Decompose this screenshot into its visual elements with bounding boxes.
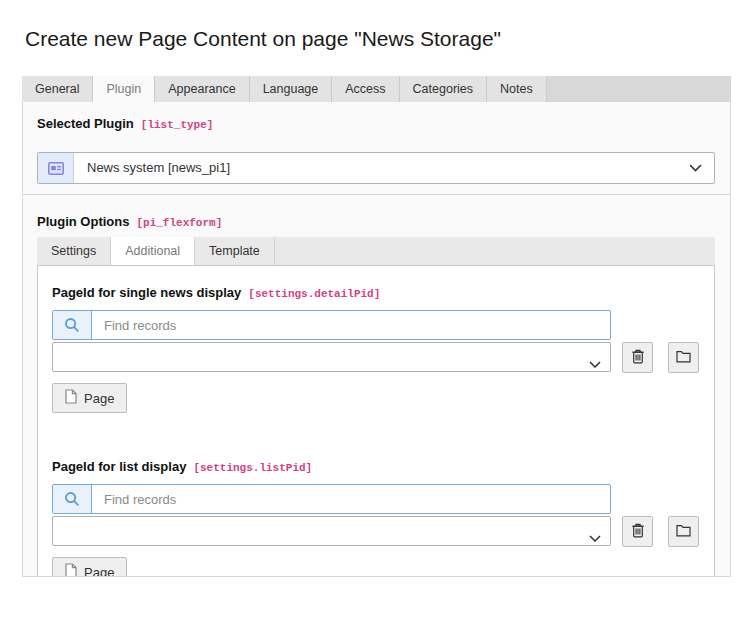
list-pid-label-text: PageId for list display	[52, 459, 186, 474]
record-form: General Plugin Appearance Language Acces…	[22, 76, 731, 577]
detail-pid-row	[52, 342, 700, 373]
tab-additional[interactable]: Additional	[111, 237, 195, 265]
detail-pid-page-button[interactable]: Page	[52, 383, 127, 413]
plugin-options-section: Plugin Options[pi_flexform] Settings Add…	[23, 195, 730, 577]
tab-language[interactable]: Language	[250, 76, 333, 102]
plugin-options-code: [pi_flexform]	[136, 217, 222, 229]
selected-plugin-code: [list_type]	[141, 119, 214, 131]
list-pid-row	[52, 516, 700, 547]
folder-icon	[676, 524, 691, 540]
detail-pid-search-input[interactable]	[92, 311, 610, 339]
folder-icon	[676, 350, 691, 366]
tab-notes[interactable]: Notes	[487, 76, 547, 102]
detail-pid-record-select[interactable]	[52, 342, 611, 372]
list-pid-remove-button[interactable]	[622, 516, 653, 547]
field-list-pid: PageId for list display[settings.listPid…	[52, 459, 700, 577]
list-pid-label: PageId for list display[settings.listPid…	[52, 459, 700, 476]
newspaper-plugin-icon	[38, 153, 74, 183]
chevron-down-icon	[689, 153, 702, 183]
page-button-label: Page	[84, 391, 114, 406]
selected-plugin-select[interactable]: News system [news_pi1]	[37, 152, 715, 184]
trash-icon	[631, 349, 645, 367]
page-button-label: Page	[84, 565, 114, 578]
flexform-tabbar: Settings Additional Template	[37, 237, 715, 265]
detail-pid-remove-button[interactable]	[622, 342, 653, 373]
detail-pid-search-group	[52, 310, 611, 340]
trash-icon	[631, 523, 645, 541]
page-icon	[65, 563, 77, 577]
selected-plugin-label: Selected Plugin[list_type]	[37, 116, 715, 133]
plugin-options-label: Plugin Options[pi_flexform]	[37, 214, 715, 231]
list-pid-search-input[interactable]	[92, 485, 610, 513]
selected-plugin-label-text: Selected Plugin	[37, 116, 134, 131]
main-tabbar: General Plugin Appearance Language Acces…	[22, 76, 731, 102]
page-icon	[65, 389, 77, 407]
detail-pid-browse-button[interactable]	[668, 342, 699, 373]
tab-panel-plugin: Selected Plugin[list_type] News system […	[22, 102, 731, 577]
chevron-down-icon	[589, 528, 601, 546]
chevron-down-icon	[589, 354, 601, 372]
plugin-options-label-text: Plugin Options	[37, 214, 129, 229]
detail-pid-label-text: PageId for single news display	[52, 285, 241, 300]
tab-template[interactable]: Template	[195, 237, 275, 265]
page-title: Create new Page Content on page "News St…	[25, 26, 753, 52]
tab-access[interactable]: Access	[332, 76, 399, 102]
tab-categories[interactable]: Categories	[400, 76, 487, 102]
tab-settings[interactable]: Settings	[37, 237, 111, 265]
search-icon	[53, 311, 92, 339]
selected-plugin-value: News system [news_pi1]	[74, 153, 689, 183]
search-icon	[53, 485, 92, 513]
tab-plugin[interactable]: Plugin	[93, 76, 155, 102]
field-detail-pid: PageId for single news display[settings.…	[52, 285, 700, 413]
list-pid-search-group	[52, 484, 611, 514]
list-pid-code: [settings.listPid]	[193, 462, 312, 474]
detail-pid-label: PageId for single news display[settings.…	[52, 285, 700, 302]
list-pid-record-select[interactable]	[52, 516, 611, 546]
list-pid-page-button[interactable]: Page	[52, 557, 127, 577]
tab-appearance[interactable]: Appearance	[155, 76, 249, 102]
detail-pid-code: [settings.detailPid]	[248, 288, 380, 300]
tab-general[interactable]: General	[22, 76, 93, 102]
selected-plugin-section: Selected Plugin[list_type] News system […	[23, 102, 730, 195]
flexform-panel-additional: PageId for single news display[settings.…	[37, 265, 715, 577]
list-pid-browse-button[interactable]	[668, 516, 699, 547]
